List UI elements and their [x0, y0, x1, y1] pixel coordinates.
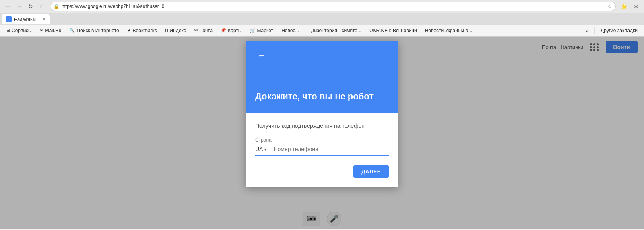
page-content: Почта Картинки Войти ← Докажите, что вы … [0, 37, 644, 229]
bookmark-item-bookmarks[interactable]: ★ Bookmarks [124, 27, 160, 35]
tab-close-icon[interactable]: × [43, 16, 45, 22]
back-button[interactable]: ← [3, 2, 13, 11]
tabs-bar: G Надежный × [0, 13, 644, 25]
back-arrow-icon: ← [258, 51, 266, 60]
title-bar: ← → ↻ ⌂ 🔒 https://www.google.ru/webhp?hl… [0, 0, 644, 13]
nav-buttons: ← → ↻ ⌂ [3, 2, 47, 11]
browser-right-icons: ⭐ ✉ [619, 2, 641, 11]
lock-icon: 🔒 [54, 4, 59, 9]
captcha-dialog: ← Докажите, что вы не робот Получить код… [246, 41, 398, 187]
address-bar[interactable]: 🔒 https://www.google.ru/webhp?hl=ru&auth… [50, 2, 616, 11]
reload-button[interactable]: ↻ [26, 2, 35, 11]
bookmark-label-ukrnet: UKR.NET: Всі новини [369, 28, 417, 33]
mailru-icon: ✉ [40, 28, 43, 33]
bookmark-item-mailru[interactable]: ✉ Mail.Ru [37, 27, 65, 35]
home-button[interactable]: ⌂ [37, 2, 47, 11]
bookmark-label-mailru: Mail.Ru [45, 28, 62, 33]
bookmark-separator [305, 27, 305, 34]
next-button[interactable]: ДАЛЕЕ [353, 165, 389, 178]
bookmark-label-search: Поиск в Интернете [76, 28, 119, 33]
bookmark-item-maps[interactable]: 📌 Карты [217, 27, 245, 35]
bookmark-label-maps: Карты [228, 28, 242, 33]
tab-favicon: G [6, 16, 12, 22]
bookmark-label-services: Сервисы [12, 28, 32, 33]
bookmark-label-yandex: Яндекс [170, 28, 186, 33]
other-bookmarks-label: Другие закладки [601, 28, 638, 33]
bookmark-item-dysentery[interactable]: Дизентерия - симпто... [308, 27, 365, 35]
menu-icon[interactable]: ✉ [631, 2, 641, 11]
active-tab[interactable]: G Надежный × [2, 14, 50, 24]
bookmark-item-market[interactable]: 🛒 Маркет [246, 27, 277, 35]
bookmark-separator-2 [594, 27, 595, 34]
bookmark-item-ukrnet[interactable]: UKR.NET: Всі новини [366, 27, 420, 35]
more-bookmarks-label: » [586, 28, 589, 33]
search-bm-icon: 🔍 [69, 28, 75, 33]
bookmark-item-yandex[interactable]: Я Яндекс [162, 27, 189, 35]
bookmarks-star-icon: ★ [127, 28, 131, 33]
captcha-header: ← Докажите, что вы не робот [246, 41, 398, 113]
bookmark-label-bookmarks: Bookmarks [133, 28, 157, 33]
modal-overlay: ← Докажите, что вы не робот Получить код… [0, 37, 644, 229]
market-icon: 🛒 [250, 28, 255, 33]
bookmarks-bar: ⊞ Сервисы ✉ Mail.Ru 🔍 Поиск в Интернете … [0, 25, 644, 36]
bookmark-label-mail: Почта [199, 28, 213, 33]
captcha-title: Докажите, что вы не робот [255, 67, 389, 102]
bookmark-label-news: Новос... [281, 28, 299, 33]
more-bookmarks-button[interactable]: » [583, 27, 592, 35]
mail-icon: ✉ [194, 28, 198, 33]
chevron-down-icon: ▾ [264, 147, 266, 152]
phone-input-row: UA ▾ [255, 146, 389, 156]
bookmark-label-ukraine-news: Новости Украины о... [425, 28, 472, 33]
back-button-dialog[interactable]: ← [255, 49, 268, 62]
maps-icon: 📌 [221, 28, 226, 33]
other-bookmarks[interactable]: Другие закладки [597, 27, 641, 35]
browser-chrome: ← → ↻ ⌂ 🔒 https://www.google.ru/webhp?hl… [0, 0, 644, 37]
bookmark-label-dysentery: Дизентерия - симпто... [311, 28, 361, 33]
bookmark-item-services[interactable]: ⊞ Сервисы [3, 27, 35, 35]
yandex-icon: Я [165, 28, 168, 33]
url-text: https://www.google.ru/webhp?hl=ru&authus… [62, 4, 605, 9]
bookmark-item-news[interactable]: Новос... [278, 27, 302, 35]
bookmark-label-market: Маркет [257, 28, 273, 33]
captcha-body: Получить код подтверждения на телефон Ст… [246, 113, 398, 187]
extensions-icon[interactable]: ⭐ [619, 2, 629, 11]
phone-input[interactable] [273, 146, 389, 152]
services-icon: ⊞ [6, 28, 10, 33]
country-code: UA [255, 146, 263, 152]
forward-button[interactable]: → [14, 2, 24, 11]
captcha-actions: ДАЛЕЕ [255, 165, 389, 178]
bookmark-item-search[interactable]: 🔍 Поиск в Интернете [66, 27, 122, 35]
country-select[interactable]: UA ▾ [255, 146, 270, 152]
tab-title: Надежный [14, 17, 40, 22]
captcha-description: Получить код подтверждения на телефон [255, 123, 389, 129]
bookmark-item-mail[interactable]: ✉ Почта [191, 27, 216, 35]
country-label: Страна [255, 137, 389, 143]
bookmark-star-icon[interactable]: ☆ [607, 4, 612, 10]
bookmark-item-ukraine-news[interactable]: Новости Украины о... [422, 27, 475, 35]
